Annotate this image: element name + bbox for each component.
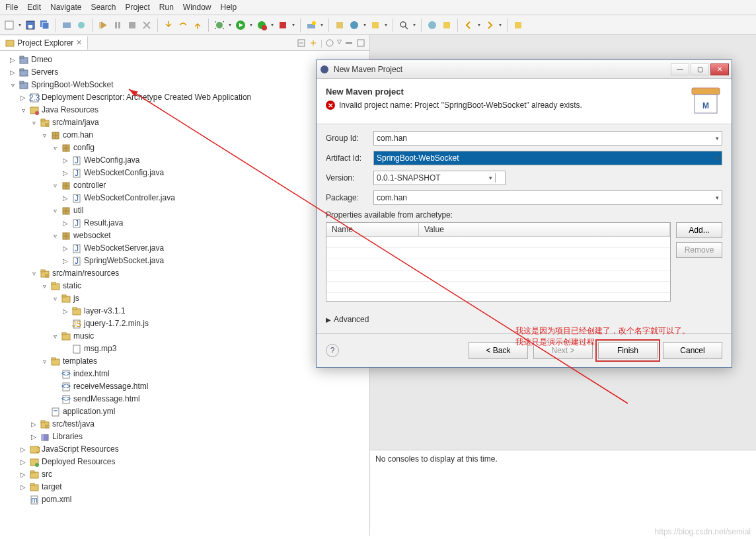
tree-node[interactable]: ▷layer-v3.1.1 (0, 305, 369, 317)
tree-node[interactable]: ▿SpringBoot-WebSocket (0, 79, 369, 91)
advanced-section[interactable]: ▶ Advanced (326, 315, 722, 324)
tree-arrow-icon[interactable]: ▷ (9, 67, 17, 78)
new-icon[interactable] (4, 20, 15, 30)
tree-arrow-icon[interactable]: ▷ (61, 218, 69, 229)
tree-node[interactable]: ▷src (0, 468, 369, 481)
nav-fwd-icon[interactable] (484, 20, 495, 30)
tree-node[interactable]: ▷JResult.java (0, 217, 369, 229)
menu-window[interactable]: Window (183, 3, 211, 12)
ext-tools-icon[interactable] (278, 20, 288, 30)
dialog-titlebar[interactable]: New Maven Project — ▢ ✕ (317, 60, 732, 79)
tree-node[interactable]: ▿util (0, 204, 369, 217)
tree-arrow-icon[interactable]: ▷ (61, 306, 69, 317)
menu-search[interactable]: Search (91, 3, 116, 12)
menu-project[interactable]: Project (125, 3, 149, 12)
tree-node[interactable]: ▿websocket (0, 229, 369, 242)
remove-button[interactable]: Remove (676, 242, 722, 258)
tree-node[interactable]: ▿config (0, 142, 369, 154)
tree-arrow-icon[interactable]: ▿ (40, 280, 48, 292)
tree-node[interactable]: ▿templates (0, 355, 369, 368)
search-icon[interactable] (398, 20, 409, 30)
menu-run[interactable]: Run (159, 3, 174, 12)
tree-node[interactable]: <>sendMessage.html (0, 393, 369, 405)
save-all-icon[interactable] (40, 20, 50, 30)
tree-arrow-icon[interactable]: ▷ (19, 444, 27, 455)
close-icon[interactable]: ✕ (76, 38, 82, 47)
tree-node[interactable]: ▷Dmeo (0, 54, 369, 66)
menu-navigate[interactable]: Navigate (50, 3, 81, 12)
save-icon[interactable] (25, 20, 36, 30)
tree-arrow-icon[interactable]: ▿ (51, 205, 59, 216)
tree-node[interactable]: ▷JSpringWebSocket.java (0, 255, 369, 267)
props-col-name[interactable]: Name (326, 223, 419, 236)
tree-arrow-icon[interactable]: ▷ (61, 243, 69, 254)
help-icon[interactable]: ? (326, 344, 339, 357)
tree-node[interactable]: mpom.xml (0, 493, 369, 506)
debug-pause-icon[interactable] (112, 20, 123, 30)
tree-node[interactable]: ▷src/test/java (0, 418, 369, 431)
tree-node[interactable]: ▿controller (0, 179, 369, 192)
group-id-input[interactable]: com.han (373, 131, 722, 145)
tree-arrow-icon[interactable]: ▷ (19, 481, 27, 493)
tree-node[interactable]: ▷Deployed Resources (0, 456, 369, 468)
nav-back-icon[interactable] (463, 20, 474, 30)
tree-arrow-icon[interactable]: ▷ (61, 155, 69, 166)
tree-arrow-icon[interactable]: ▷ (19, 469, 27, 480)
collapse-icon[interactable] (297, 38, 306, 48)
maximize-button[interactable]: ▢ (691, 63, 709, 75)
tree-arrow-icon[interactable]: ▿ (51, 230, 59, 241)
tree-arrow-icon[interactable]: ▿ (40, 356, 48, 367)
tree-arrow-icon[interactable]: ▿ (30, 117, 38, 128)
tree-node[interactable]: ▿js (0, 292, 369, 305)
tree-node[interactable]: ▿static (0, 280, 369, 292)
tree-node[interactable]: ▷JWebSocketServer.java (0, 242, 369, 255)
version-input[interactable]: 0.0.1-SNAPSHOT (373, 171, 506, 185)
tree-arrow-icon[interactable]: ▷ (61, 167, 69, 179)
tree-node[interactable]: ▿src/main/java (0, 116, 369, 129)
prefs-icon[interactable] (441, 20, 452, 30)
tree-node[interactable]: ▿music (0, 330, 369, 343)
tree-arrow-icon[interactable]: ▿ (40, 130, 48, 141)
tree-arrow-icon[interactable]: ▿ (51, 142, 59, 153)
tree-node[interactable]: ▷Libraries (0, 431, 369, 443)
tree-node[interactable]: ▷target (0, 481, 369, 493)
step-return-icon[interactable] (192, 20, 203, 30)
tree-node[interactable]: ▷JWebConfig.java (0, 154, 369, 167)
pin-icon[interactable] (513, 20, 523, 30)
project-explorer-tab[interactable]: Project Explorer ✕ (0, 36, 88, 50)
project-tree[interactable]: ▷Dmeo▷Servers▿SpringBoot-WebSocket▷2.3De… (0, 51, 369, 536)
tree-node[interactable]: ▷2.3Deployment Descriptor: Archetype Cre… (0, 91, 369, 104)
view-menu-icon[interactable]: ▽ (337, 38, 342, 48)
tree-node[interactable]: ▷JSJavaScript Resources (0, 443, 369, 456)
package-input[interactable]: com.han (373, 190, 722, 205)
tree-arrow-icon[interactable]: ▷ (61, 192, 69, 204)
debug-disconnect-icon[interactable] (141, 20, 152, 30)
tree-node[interactable]: <>receiveMessage.html (0, 380, 369, 393)
minimize-button[interactable]: — (671, 63, 689, 75)
new-server-icon[interactable] (306, 20, 317, 30)
new-class-icon[interactable] (349, 20, 359, 30)
debug-skip-icon[interactable] (98, 20, 108, 30)
link-editor-icon[interactable] (309, 38, 318, 48)
tree-node[interactable]: ▿com.han (0, 129, 369, 142)
tool-icon[interactable] (61, 20, 72, 30)
menu-file[interactable]: File (5, 3, 18, 12)
tree-node[interactable]: application.yml (0, 405, 369, 418)
menu-edit[interactable]: Edit (27, 3, 41, 12)
debug-icon[interactable] (214, 20, 225, 30)
tree-node[interactable]: ▷Servers (0, 66, 369, 79)
tree-arrow-icon[interactable]: ▷ (61, 255, 69, 267)
tree-node[interactable]: ▷JWebSocketController.java (0, 192, 369, 204)
tree-arrow-icon[interactable]: ▷ (19, 92, 27, 103)
step-over-icon[interactable] (178, 20, 188, 30)
tree-arrow-icon[interactable]: ▷ (30, 419, 38, 430)
tree-arrow-icon[interactable]: ▷ (19, 456, 27, 468)
tree-arrow-icon[interactable]: ▿ (30, 268, 38, 279)
close-button[interactable]: ✕ (710, 63, 729, 75)
artifact-id-input[interactable]: SpringBoot-WebSocket (373, 151, 722, 165)
open-type-icon[interactable] (370, 20, 381, 30)
run-icon[interactable] (235, 20, 246, 30)
tree-node[interactable]: ▿Java Resources (0, 104, 369, 116)
maximize-icon[interactable] (356, 38, 365, 48)
tree-node[interactable]: <>index.html (0, 368, 369, 380)
